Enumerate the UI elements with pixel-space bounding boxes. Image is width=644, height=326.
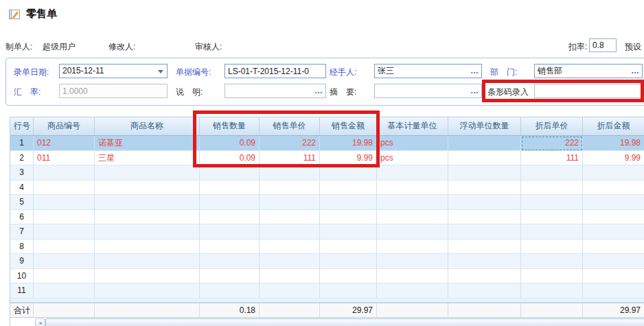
cell-disc_price-row9[interactable] <box>521 254 583 269</box>
cell-qty-row8[interactable] <box>200 240 260 255</box>
cell-amount-row2[interactable]: 9.99 <box>320 151 377 166</box>
cell-qty-row7[interactable] <box>200 224 260 240</box>
cell-code-row1[interactable]: 012 <box>34 136 95 151</box>
cell-price-row11[interactable] <box>260 283 320 299</box>
note-ellipsis-button[interactable]: … <box>314 84 323 97</box>
cell-code-row6[interactable] <box>34 210 95 225</box>
cell-disc_price-row2[interactable]: 111 <box>521 151 583 166</box>
cell-amount-row11[interactable] <box>320 283 377 299</box>
cell-name-row11[interactable] <box>95 283 200 299</box>
cell-disc_price-row10[interactable] <box>521 269 583 284</box>
cell-unit-row1[interactable]: pcs <box>377 136 448 151</box>
cell-line_no-row1[interactable]: 1 <box>10 136 34 151</box>
cell-line_no-row6[interactable]: 6 <box>10 210 34 225</box>
cell-unit-row9[interactable] <box>377 254 448 269</box>
cell-disc_amount-row4[interactable] <box>583 181 644 196</box>
cell-name-row6[interactable] <box>95 210 200 225</box>
cell-qty-row11[interactable] <box>200 283 260 299</box>
cell-code-row11[interactable] <box>34 283 95 299</box>
cell-name-row7[interactable] <box>95 224 200 240</box>
cell-line_no-row9[interactable]: 9 <box>10 254 34 269</box>
cell-float_qty-row6[interactable] <box>448 210 521 225</box>
cell-name-row5[interactable] <box>95 195 200 210</box>
cell-float_qty-row10[interactable] <box>448 269 521 284</box>
cell-code-row5[interactable] <box>34 195 95 210</box>
cell-price-row9[interactable] <box>260 254 320 269</box>
summary-input[interactable]: … <box>374 84 482 98</box>
cell-unit-row10[interactable] <box>377 269 448 284</box>
cell-disc_price-row4[interactable] <box>521 181 583 196</box>
cell-float_qty-row1[interactable] <box>448 136 521 151</box>
cell-qty-row6[interactable] <box>200 210 260 225</box>
cell-float_qty-row9[interactable] <box>448 254 521 269</box>
cell-price-row3[interactable] <box>260 165 320 181</box>
cell-amount-row9[interactable] <box>320 254 377 269</box>
cell-unit-row3[interactable] <box>377 165 448 181</box>
cell-qty-row9[interactable] <box>200 254 260 269</box>
cell-disc_amount-row11[interactable] <box>583 283 644 299</box>
cell-disc_price-row3[interactable] <box>521 165 583 181</box>
cell-disc_amount-row3[interactable] <box>583 165 644 181</box>
cell-name-row2[interactable]: 三星 <box>95 151 200 166</box>
barcode-entry-input[interactable] <box>534 84 643 98</box>
cell-disc_price-row6[interactable] <box>521 210 583 225</box>
cell-line_no-row8[interactable]: 8 <box>10 240 34 255</box>
cell-disc_price-row8[interactable] <box>521 240 583 255</box>
cell-line_no-row11[interactable]: 11 <box>10 283 34 299</box>
cell-code-row4[interactable] <box>34 181 95 196</box>
cell-disc_amount-row7[interactable] <box>583 224 644 240</box>
cell-code-row10[interactable] <box>34 269 95 284</box>
cell-float_qty-row3[interactable] <box>448 165 521 181</box>
cell-unit-row2[interactable]: pcs <box>377 151 448 166</box>
handler-ellipsis-button[interactable]: … <box>470 65 479 78</box>
cell-amount-row7[interactable] <box>320 224 377 240</box>
cell-disc_amount-row8[interactable] <box>583 240 644 255</box>
cell-float_qty-row2[interactable] <box>448 151 521 166</box>
cell-name-row10[interactable] <box>95 269 200 284</box>
cell-line_no-row2[interactable]: 2 <box>10 151 34 166</box>
cell-amount-row1[interactable]: 19.98 <box>320 136 377 151</box>
cell-float_qty-row5[interactable] <box>448 195 521 210</box>
cell-disc_amount-row5[interactable] <box>583 195 644 210</box>
cell-amount-row4[interactable] <box>320 181 377 196</box>
cell-disc_amount-row6[interactable] <box>583 210 644 225</box>
cell-disc_amount-row1[interactable]: 19.98 <box>583 136 644 151</box>
scrollbar-thumb[interactable] <box>45 318 644 326</box>
summary-ellipsis-button[interactable]: … <box>470 84 479 97</box>
cell-unit-row5[interactable] <box>377 195 448 210</box>
cell-code-row8[interactable] <box>34 240 95 255</box>
cell-qty-row5[interactable] <box>200 195 260 210</box>
department-ellipsis-button[interactable]: … <box>631 65 640 78</box>
cell-qty-row10[interactable] <box>200 269 260 284</box>
cell-disc_amount-row2[interactable]: 9.99 <box>583 151 644 166</box>
cell-code-row2[interactable]: 011 <box>34 151 95 166</box>
cell-qty-row2[interactable]: 0.09 <box>200 151 260 166</box>
cell-unit-row11[interactable] <box>377 283 448 299</box>
entry-date-picker[interactable]: 2015-12-11 <box>59 64 168 78</box>
cell-unit-row7[interactable] <box>377 224 448 240</box>
cell-price-row7[interactable] <box>260 224 320 240</box>
cell-line_no-row3[interactable]: 3 <box>10 165 34 181</box>
cell-code-row9[interactable] <box>34 254 95 269</box>
cell-disc_amount-row9[interactable] <box>583 254 644 269</box>
cell-float_qty-row7[interactable] <box>448 224 521 240</box>
cell-amount-row3[interactable] <box>320 165 377 181</box>
cell-price-row5[interactable] <box>260 195 320 210</box>
cell-line_no-row10[interactable]: 10 <box>10 269 34 284</box>
cell-name-row4[interactable] <box>95 181 200 196</box>
cell-price-row8[interactable] <box>260 240 320 255</box>
cell-name-row1[interactable]: 诺基亚 <box>95 136 200 151</box>
cell-float_qty-row11[interactable] <box>448 283 521 299</box>
cell-float_qty-row8[interactable] <box>448 240 521 255</box>
cell-amount-row10[interactable] <box>320 269 377 284</box>
cell-name-row9[interactable] <box>95 254 200 269</box>
cell-price-row4[interactable] <box>260 181 320 196</box>
cell-unit-row4[interactable] <box>377 181 448 196</box>
cell-float_qty-row4[interactable] <box>448 181 521 196</box>
scrollbar-left-arrow-icon[interactable]: ◄ <box>35 318 45 326</box>
cell-disc_price-row1[interactable]: 222 <box>521 136 583 151</box>
cell-disc_price-row11[interactable] <box>521 283 583 299</box>
cell-amount-row6[interactable] <box>320 210 377 225</box>
cell-amount-row8[interactable] <box>320 240 377 255</box>
cell-price-row10[interactable] <box>260 269 320 284</box>
